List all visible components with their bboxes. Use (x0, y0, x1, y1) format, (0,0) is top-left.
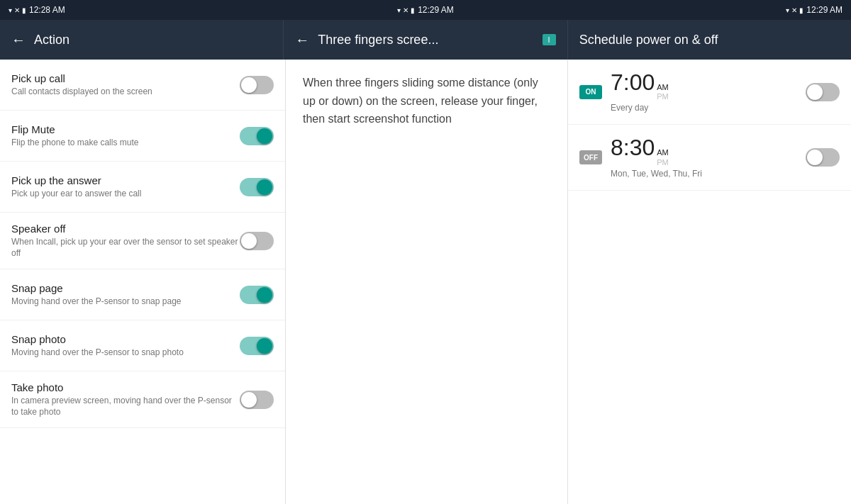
toggle-speaker-off[interactable] (240, 232, 274, 250)
setting-title-pickup-call: Pick up call (11, 72, 240, 84)
schedule-time-on: 7:00 AM PM (611, 71, 797, 101)
toggle-thumb-schedule-on (807, 84, 823, 100)
setting-title-snap-page: Snap page (11, 282, 240, 294)
signal-icon-right: ✕ (791, 6, 797, 14)
schedule-am-active-off: AM (657, 148, 669, 157)
setting-item-flip-mute[interactable]: Flip Mute Flip the phone to make calls m… (0, 111, 285, 162)
status-segment-middle: ▾ ✕ ▮ 12:29 AM (284, 5, 567, 15)
schedule-ampm-on: AM PM (657, 83, 669, 101)
schedule-panel: ON 7:00 AM PM Every day OFF 8 (568, 60, 851, 504)
setting-item-snap-photo[interactable]: Snap photo Moving hand over the P-sensor… (0, 320, 285, 371)
toggle-thumb-flip-mute (257, 128, 272, 144)
schedule-pm-inactive: PM (657, 92, 669, 101)
status-icons-right: ▾ ✕ ▮ (786, 6, 803, 14)
battery-icon-right: ▮ (799, 6, 803, 14)
title-action: Action (34, 33, 69, 47)
setting-title-take-photo: Take photo (11, 381, 240, 393)
setting-title-flip-mute: Flip Mute (11, 123, 240, 135)
signal-icon-middle: ✕ (403, 6, 408, 14)
battery-icon-left: ▮ (22, 6, 26, 14)
toggle-schedule-on[interactable] (806, 83, 840, 101)
toggle-thumb-take-photo (241, 392, 257, 408)
time-left: 12:28 AM (29, 5, 65, 15)
setting-title-snap-photo: Snap photo (11, 333, 240, 345)
wifi-icon-right: ▾ (786, 6, 789, 14)
toggle-thumb-snap-page (257, 287, 272, 303)
schedule-hour-off: 8:30 (611, 136, 655, 159)
setting-text-pickup-answer: Pick up the answer Pick up your ear to a… (11, 174, 240, 200)
back-arrow-action[interactable]: ← (11, 32, 26, 48)
setting-text-speaker-off: Speaker off When Incall, pick up your ea… (11, 223, 240, 259)
title-section-schedule: Schedule power on & off (568, 20, 851, 60)
setting-title-speaker-off: Speaker off (11, 223, 240, 235)
setting-text-flip-mute: Flip Mute Flip the phone to make calls m… (11, 123, 240, 149)
toggle-flip-mute[interactable] (240, 127, 274, 145)
toggle-pickup-answer[interactable] (240, 178, 274, 196)
title-section-action: ← Action (0, 20, 284, 60)
toggle-schedule-off[interactable] (806, 148, 840, 167)
time-middle: 12:29 AM (418, 5, 454, 15)
schedule-time-block-off: 8:30 AM PM Mon, Tue, Wed, Thu, Fri (611, 136, 797, 178)
setting-text-snap-page: Snap page Moving hand over the P-sensor … (11, 282, 240, 308)
setting-item-take-photo[interactable]: Take photo In camera preview screen, mov… (0, 371, 285, 428)
toggle-thumb-schedule-off (807, 150, 823, 165)
schedule-days-off: Mon, Tue, Wed, Thu, Fri (611, 169, 797, 179)
time-right: 12:29 AM (806, 5, 842, 15)
toggle-pickup-call[interactable] (240, 76, 274, 94)
setting-title-pickup-answer: Pick up the answer (11, 174, 240, 186)
back-arrow-gesture[interactable]: ← (295, 32, 309, 48)
toggle-thumb-pickup-call (241, 77, 257, 93)
setting-item-speaker-off[interactable]: Speaker off When Incall, pick up your ea… (0, 213, 285, 269)
toggle-take-photo[interactable] (240, 391, 274, 409)
toggle-snap-page[interactable] (240, 286, 274, 304)
status-icons-middle: ▾ ✕ ▮ (397, 6, 415, 14)
toggle-thumb-snap-photo (257, 338, 272, 354)
schedule-badge-on: ON (579, 85, 602, 99)
title-schedule: Schedule power on & off (579, 33, 718, 47)
status-bar: ▾ ✕ ▮ 12:28 AM ▾ ✕ ▮ 12:29 AM ▾ ✕ ▮ 12:2… (0, 0, 851, 20)
gesture-description-text: When three fingers sliding some distance… (303, 74, 550, 128)
schedule-days-on: Every day (611, 103, 797, 113)
setting-desc-speaker-off: When Incall, pick up your ear over the s… (11, 237, 240, 259)
schedule-item-on[interactable]: ON 7:00 AM PM Every day (568, 60, 851, 125)
setting-desc-take-photo: In camera preview screen, moving hand ov… (11, 396, 240, 418)
gesture-indicator: I (543, 34, 556, 45)
toggle-snap-photo[interactable] (240, 337, 274, 355)
setting-item-pickup-answer[interactable]: Pick up the answer Pick up your ear to a… (0, 162, 285, 213)
schedule-ampm-off: AM PM (657, 148, 669, 167)
signal-icon-left: ✕ (14, 6, 20, 14)
wifi-icon-left: ▾ (9, 6, 12, 14)
title-gesture: Three fingers scree... (318, 33, 438, 47)
status-segment-right: ▾ ✕ ▮ 12:29 AM (567, 5, 851, 15)
setting-item-snap-page[interactable]: Snap page Moving hand over the P-sensor … (0, 269, 285, 320)
action-panel: Pick up call Call contacts displayed on … (0, 60, 286, 504)
setting-desc-snap-page: Moving hand over the P-sensor to snap pa… (11, 296, 240, 308)
setting-text-pickup-call: Pick up call Call contacts displayed on … (11, 72, 240, 98)
schedule-time-off: 8:30 AM PM (611, 136, 797, 167)
toggle-thumb-pickup-answer (257, 179, 272, 195)
schedule-hour-on: 7:00 (611, 71, 655, 94)
schedule-am-active: AM (657, 83, 669, 92)
battery-icon-middle: ▮ (411, 6, 415, 14)
setting-desc-pickup-answer: Pick up your ear to answer the call (11, 189, 240, 200)
schedule-pm-inactive-off: PM (657, 158, 669, 167)
main-content: Pick up call Call contacts displayed on … (0, 60, 851, 504)
status-segment-left: ▾ ✕ ▮ 12:28 AM (0, 5, 284, 15)
schedule-time-block-on: 7:00 AM PM Every day (611, 71, 797, 113)
toggle-thumb-speaker-off (241, 233, 257, 249)
setting-text-take-photo: Take photo In camera preview screen, mov… (11, 381, 240, 418)
title-section-gesture: ← Three fingers scree... I (284, 20, 567, 60)
gesture-description-panel: When three fingers sliding some distance… (286, 60, 568, 504)
wifi-icon-middle: ▾ (397, 6, 401, 14)
schedule-item-off[interactable]: OFF 8:30 AM PM Mon, Tue, Wed, Thu, Fri (568, 125, 851, 190)
setting-text-snap-photo: Snap photo Moving hand over the P-sensor… (11, 333, 240, 359)
title-bar: ← Action ← Three fingers scree... I Sche… (0, 20, 851, 60)
setting-desc-flip-mute: Flip the phone to make calls mute (11, 138, 240, 149)
setting-desc-pickup-call: Call contacts displayed on the screen (11, 86, 240, 98)
setting-item-pickup-call[interactable]: Pick up call Call contacts displayed on … (0, 60, 285, 111)
setting-desc-snap-photo: Moving hand over the P-sensor to snap ph… (11, 347, 240, 359)
status-icons-left: ▾ ✕ ▮ (9, 6, 26, 14)
schedule-badge-off: OFF (579, 150, 602, 164)
